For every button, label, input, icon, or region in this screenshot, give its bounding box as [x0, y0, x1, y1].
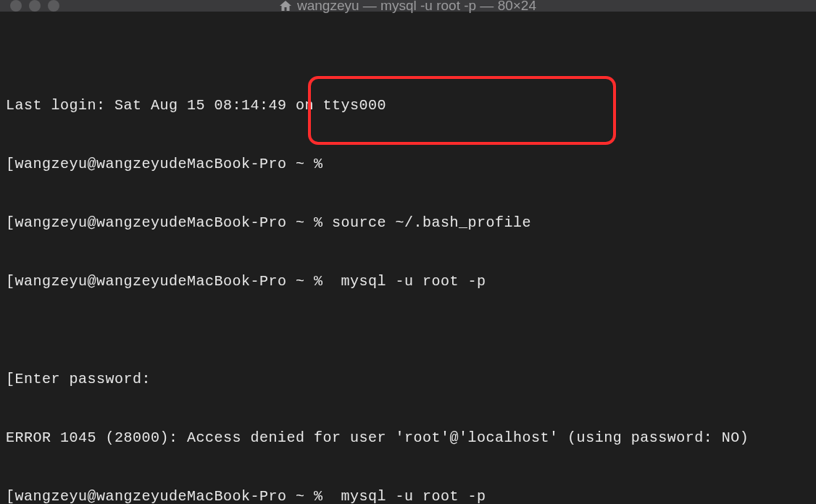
maximize-icon[interactable] [48, 0, 59, 12]
command-text: mysql -u root -p [341, 488, 486, 504]
terminal-window: wangzeyu — mysql -u root -p — 80×24 Last… [0, 0, 816, 504]
term-line: ERROR 1045 (28000): Access denied for us… [6, 428, 810, 448]
bracket: [ [6, 371, 15, 387]
close-icon[interactable] [10, 0, 22, 12]
minimize-icon[interactable] [29, 0, 41, 12]
term-line: [wangzeyu@wangzeyudeMacBook-Pro ~ % mysq… [6, 272, 810, 291]
command-text: % mysql -u root -p [314, 273, 486, 290]
prompt: [wangzeyu@wangzeyudeMacBook-Pro ~ [6, 214, 314, 231]
term-line: [wangzeyu@wangzeyudeMacBook-Pro ~ % sour… [6, 213, 810, 232]
term-line: Last login: Sat Aug 15 08:14:49 on ttys0… [6, 96, 810, 115]
titlebar[interactable]: wangzeyu — mysql -u root -p — 80×24 [0, 0, 816, 12]
prompt: [wangzeyu@wangzeyudeMacBook-Pro ~ % [6, 488, 341, 504]
home-icon [280, 1, 291, 11]
term-line: [Enter password: [6, 369, 810, 389]
password-prompt: Enter password: [15, 371, 151, 387]
prompt: [wangzeyu@wangzeyudeMacBook-Pro ~ [6, 273, 314, 290]
command-text: % source ~/.bash_profile [314, 214, 531, 231]
terminal-body[interactable]: Last login: Sat Aug 15 08:14:49 on ttys0… [0, 12, 816, 504]
term-line: [wangzeyu@wangzeyudeMacBook-Pro ~ % mysq… [6, 487, 810, 504]
traffic-lights [10, 0, 59, 12]
term-line: [wangzeyu@wangzeyudeMacBook-Pro ~ % [6, 154, 810, 174]
